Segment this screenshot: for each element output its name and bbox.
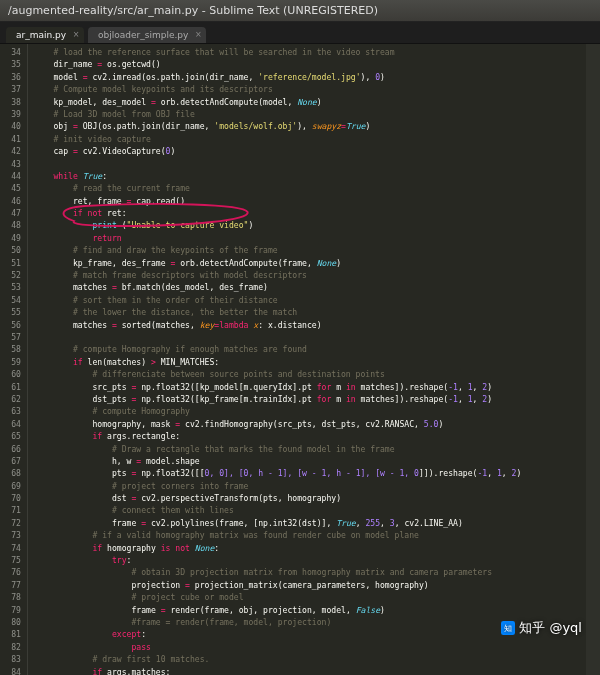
watermark: 知 知乎 @yql [501, 619, 582, 637]
code-editor[interactable]: 3435363738394041424344454647484950515253… [0, 44, 600, 675]
tab-objloader[interactable]: objloader_simple.py × [88, 27, 206, 43]
tab-bar: ar_main.py × objloader_simple.py × [0, 22, 600, 44]
tab-label: objloader_simple.py [98, 30, 188, 40]
close-icon[interactable]: × [194, 30, 202, 38]
close-icon[interactable]: × [72, 30, 80, 38]
window-titlebar: /augmented-reality/src/ar_main.py - Subl… [0, 0, 600, 22]
line-number-gutter: 3435363738394041424344454647484950515253… [0, 44, 28, 675]
zhihu-icon: 知 [501, 621, 515, 635]
tab-ar-main[interactable]: ar_main.py × [6, 27, 84, 43]
window-title: /augmented-reality/src/ar_main.py - Subl… [8, 4, 378, 17]
svg-text:知: 知 [504, 624, 512, 633]
tab-label: ar_main.py [16, 30, 66, 40]
watermark-text: 知乎 @yql [519, 619, 582, 637]
minimap[interactable] [586, 44, 600, 675]
code-area[interactable]: # load the reference surface that will b… [28, 44, 600, 675]
